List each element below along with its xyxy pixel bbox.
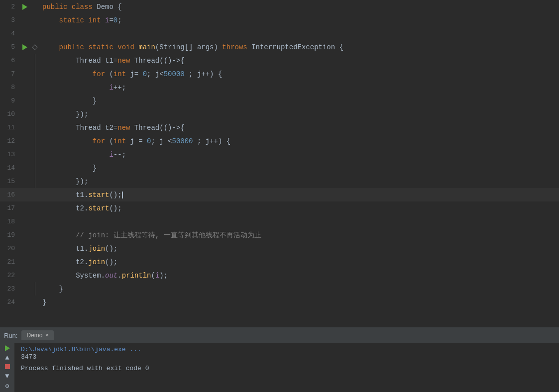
code-content-10[interactable]: });	[40, 110, 559, 118]
code-content-20[interactable]: t1.join();	[40, 245, 559, 253]
fold-icon-col-6	[30, 54, 40, 67]
line-number-5: 5	[0, 43, 20, 51]
output-result: 3473	[21, 353, 36, 361]
line-number-8: 8	[0, 84, 20, 91]
code-content-21[interactable]: t2.join();	[40, 258, 559, 266]
fold-icon-col-5	[30, 45, 40, 49]
fold-icon-col-8	[30, 81, 40, 94]
run-arrow-2[interactable]	[22, 4, 27, 10]
fold-icon-col-14	[30, 161, 40, 175]
code-line-19: 19 // join: 让主线程等待, 一直等到其他线程不再活动为止	[0, 228, 559, 242]
run-tab-demo[interactable]: Demo ×	[21, 330, 54, 340]
code-content-15[interactable]: });	[40, 178, 559, 186]
line-number-17: 17	[0, 204, 20, 212]
code-content-7[interactable]: for (int j= 0; j<50000 ; j++) {	[40, 70, 559, 78]
fold-vline-7	[35, 67, 35, 81]
tab-close-icon[interactable]: ×	[45, 332, 49, 338]
output-result-line: 3473	[21, 353, 553, 361]
code-content-19[interactable]: // join: 让主线程等待, 一直等到其他线程不再活动为止	[40, 231, 559, 240]
code-container: 2public class Demo {3 static int i=0;45 …	[0, 0, 559, 327]
code-content-24[interactable]: }	[40, 298, 559, 306]
line-number-19: 19	[0, 231, 20, 239]
run-stop-button[interactable]	[2, 364, 12, 371]
code-line-14: 14 }	[0, 161, 559, 175]
code-content-8[interactable]: i++;	[40, 84, 559, 92]
code-line-4: 4	[0, 27, 559, 40]
line-number-7: 7	[0, 70, 20, 78]
code-content-2[interactable]: public class Demo {	[40, 3, 559, 11]
run-play-button[interactable]	[2, 345, 12, 352]
tab-label-demo: Demo	[26, 332, 42, 339]
code-content-22[interactable]: System.out.println(i);	[40, 272, 559, 280]
code-line-3: 3 static int i=0;	[0, 13, 559, 27]
code-line-21: 21 t2.join();	[0, 255, 559, 269]
line-number-3: 3	[0, 16, 20, 24]
play-icon	[5, 345, 10, 351]
code-line-24: 24}	[0, 295, 559, 309]
line-number-11: 11	[0, 124, 20, 131]
code-line-9: 9 }	[0, 94, 559, 107]
run-panel-content: ▲ ▲ ⚙ D:\Java\jdk1.8\bin\java.exe ... 34…	[0, 343, 559, 392]
code-content-23[interactable]: }	[40, 285, 559, 293]
code-line-22: 22 System.out.println(i);	[0, 269, 559, 282]
code-content-3[interactable]: static int i=0;	[40, 16, 559, 24]
code-content-5[interactable]: public static void main(String[] args) t…	[40, 43, 559, 51]
line-number-21: 21	[0, 258, 20, 266]
code-line-13: 13 i--;	[0, 148, 559, 161]
code-content-6[interactable]: Thread t1=new Thread(()->{	[40, 57, 559, 65]
code-content-16[interactable]: t1.start();	[40, 191, 559, 199]
output-exit-line: Process finished with exit code 0	[21, 365, 553, 372]
run-arrow-5[interactable]	[22, 44, 27, 50]
code-line-7: 7 for (int j= 0; j<50000 ; j++) {	[0, 67, 559, 81]
code-line-16: 16 t1.start();	[0, 188, 559, 201]
line-number-10: 10	[0, 110, 20, 118]
line-number-16: 16	[0, 191, 20, 198]
code-line-6: 6 Thread t1=new Thread(()->{	[0, 54, 559, 67]
code-line-15: 15 });	[0, 175, 559, 188]
run-output: D:\Java\jdk1.8\bin\java.exe ... 3473 Pro…	[15, 343, 559, 392]
down-icon: ▲	[5, 372, 9, 380]
fold-vline-13	[35, 148, 35, 161]
line-number-9: 9	[0, 97, 20, 104]
run-scroll-down-button[interactable]: ▲	[2, 372, 12, 380]
code-line-2: 2public class Demo {	[0, 0, 559, 13]
fold-icon-col-23	[30, 282, 40, 295]
fold-icon-col-11	[30, 121, 40, 134]
code-line-12: 12 for (int j = 0; j <50000 ; j++) {	[0, 134, 559, 148]
line-number-15: 15	[0, 178, 20, 185]
line-number-4: 4	[0, 30, 20, 37]
code-content-17[interactable]: t2.start();	[40, 204, 559, 212]
code-line-18: 18	[0, 215, 559, 228]
code-line-10: 10 });	[0, 107, 559, 121]
line-number-24: 24	[0, 298, 20, 306]
code-line-20: 20 t1.join();	[0, 242, 559, 255]
code-content-12[interactable]: for (int j = 0; j <50000 ; j++) {	[40, 137, 559, 145]
line-number-2: 2	[0, 3, 20, 10]
fold-vline-10	[35, 107, 35, 121]
code-content-11[interactable]: Thread t2=new Thread(()->{	[40, 124, 559, 132]
line-number-6: 6	[0, 57, 20, 64]
fold-vline-23	[35, 282, 35, 295]
fold-icon-col-13	[30, 148, 40, 161]
line-number-14: 14	[0, 164, 20, 172]
fold-icon-col-7	[30, 67, 40, 81]
run-settings-button[interactable]: ⚙	[2, 382, 12, 390]
fold-vline-12	[35, 134, 35, 148]
run-scroll-up-button[interactable]: ▲	[2, 354, 12, 362]
fold-diamond-5[interactable]	[32, 44, 37, 50]
up-icon: ▲	[5, 354, 9, 362]
code-line-17: 17 t2.start();	[0, 201, 559, 215]
code-content-14[interactable]: }	[40, 164, 559, 172]
line-number-13: 13	[0, 151, 20, 158]
line-number-23: 23	[0, 285, 20, 293]
fold-icon-col-10	[30, 107, 40, 121]
fold-vline-14	[35, 161, 35, 175]
code-lines: 2public class Demo {3 static int i=0;45 …	[0, 0, 559, 327]
fold-vline-11	[35, 121, 35, 134]
output-spacer	[21, 361, 553, 365]
code-content-9[interactable]: }	[40, 97, 559, 105]
code-content-13[interactable]: i--;	[40, 151, 559, 159]
run-icon-col-2	[20, 4, 30, 10]
fold-icon-col-12	[30, 134, 40, 148]
fold-vline-9	[35, 94, 35, 107]
